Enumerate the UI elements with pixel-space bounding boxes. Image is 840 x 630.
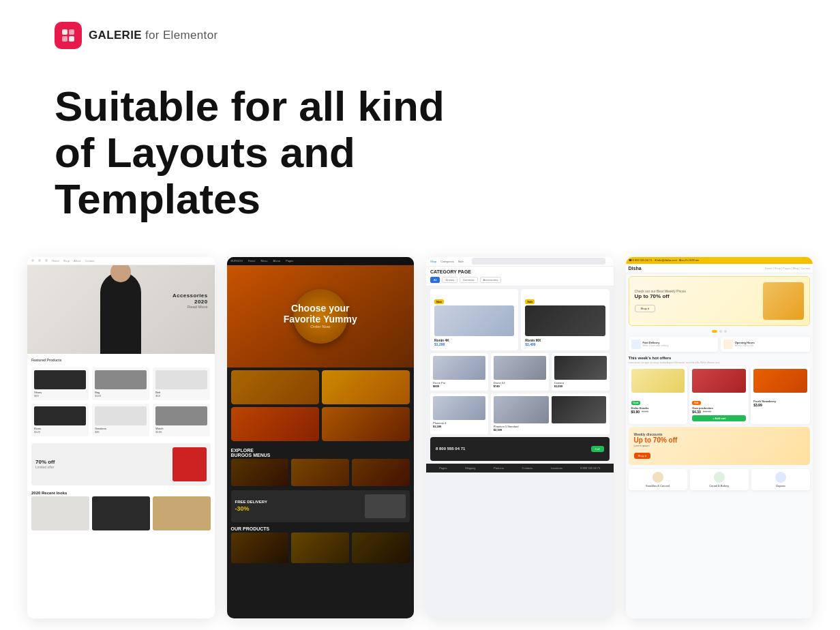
preview-card-electronics[interactable]: Shop Categories Sale CATEGORY PAGE All D…	[426, 257, 614, 618]
grid-item: Drone Pro $899	[430, 353, 488, 391]
promo-sub: Lorem ipsum	[634, 444, 805, 447]
grid-item: Phantom 5 Standard $2,199	[491, 393, 610, 434]
menu-item	[291, 459, 349, 486]
nav-link: Contact	[85, 259, 94, 262]
nav-link: Home	[52, 259, 59, 262]
logo-text: GALERIE for Elementor	[89, 29, 217, 42]
call-button[interactable]: Call	[591, 446, 604, 452]
carousel-dots	[626, 329, 813, 334]
old-price: $12.99	[703, 410, 711, 413]
categories-row: Snackles & Canned Cereal & Bakery Organi…	[629, 469, 811, 490]
promo-heading: Up to 70% off	[634, 436, 805, 444]
product-price: $2,499	[525, 342, 605, 346]
footer-item: 8 800 555 04 71	[580, 466, 600, 470]
info-row: Fast Delivery Within 2 hours after order…	[626, 334, 813, 355]
phone-number: 8 800 555 04 71	[436, 447, 465, 451]
filter-item: Cameras	[460, 277, 477, 283]
category-item: Organic	[751, 469, 810, 490]
category-icon	[714, 472, 725, 483]
product-image	[95, 406, 147, 425]
product-image	[155, 370, 207, 389]
nav-logo: Shop	[430, 260, 436, 263]
preview-card-fashion[interactable]: Home Shop About Contact Accessories 2020…	[27, 257, 215, 618]
nav-dot	[38, 259, 41, 262]
hero-line2: of Layouts and Templates	[55, 129, 355, 222]
recent-looks-label: 2020 Recent looks	[27, 488, 215, 496]
product-item: Sneakers $85	[92, 404, 149, 436]
footer-nav: Pages Shipping Partners Contacts Locatio…	[426, 464, 614, 472]
add-to-cart-button[interactable]: + Add cart	[692, 415, 746, 421]
category-icon	[652, 472, 663, 483]
delivery-sub: Within 2 hours after ordering	[643, 344, 669, 347]
grid-item: Camera $1,099	[552, 353, 610, 391]
product-item: Sale Own production $4.33 $12.99 + Add c…	[689, 366, 749, 424]
product-image	[231, 532, 289, 563]
svg-rect-3	[69, 36, 74, 42]
preview-card-food[interactable]: BURGOS Home Menu About Pages Choose your…	[227, 257, 415, 618]
nav-item: BURGOS	[231, 259, 243, 262]
delivery-image	[365, 494, 406, 518]
product-price: $120	[34, 430, 86, 434]
footer-item: Contacts	[522, 466, 533, 470]
hot-sub: Lorem ipsum, are type, qui can go Levita…	[626, 361, 813, 366]
brand-logo: Disha	[629, 266, 642, 271]
product-price: $4.33	[692, 410, 701, 414]
logo-brand: GALERIE	[89, 29, 142, 42]
food-image	[322, 407, 410, 441]
food-title: Choose yourFavorite Yummy	[284, 303, 357, 325]
delivery-banner: FREE DELIVERY -30%	[231, 490, 410, 522]
nav-dot	[31, 259, 34, 262]
product-price: $99	[34, 394, 86, 397]
product-price: $149	[95, 394, 147, 397]
food-item	[322, 370, 410, 404]
old-price: $1.80	[642, 410, 648, 413]
look-item	[92, 496, 150, 530]
categories-section: Snackles & Canned Cereal & Bakery Organi…	[626, 468, 813, 492]
product-badge: Sale	[525, 299, 535, 304]
hours-sub: Mon-Fri 9:30 to 5:00	[735, 344, 755, 347]
products-grid	[227, 532, 415, 563]
food-grid	[227, 368, 415, 444]
food-hero-text: Choose yourFavorite Yummy Order Now	[284, 303, 357, 329]
topbar-text: ☎ 8 800 555 04 71 ✉ info@disha.com Mon-F…	[629, 258, 700, 262]
preview-card-grocery[interactable]: ☎ 8 800 555 04 71 ✉ info@disha.com Mon-F…	[626, 257, 813, 618]
product-item: Bag $149	[92, 368, 149, 400]
featured-item: New Ronin 4K $1,299	[430, 289, 518, 350]
menu-item	[231, 459, 289, 486]
svg-rect-0	[62, 29, 68, 35]
shop-button[interactable]: Shop it	[635, 305, 655, 312]
promo-image	[172, 447, 207, 481]
nav-links: Home | Shop | Pages | Blog | Contact	[765, 267, 810, 270]
product-item: Belt $59	[153, 368, 210, 400]
grocery-nav: Disha Home | Shop | Pages | Blog | Conta…	[626, 264, 813, 273]
product-item: Watch $199	[153, 404, 210, 436]
grid-image	[494, 396, 549, 423]
food-image	[231, 407, 319, 441]
delivery-text: FREE DELIVERY	[235, 500, 267, 504]
header: GALERIE for Elementor	[0, 0, 840, 63]
nav-link: About	[74, 259, 80, 262]
product-item: Good Disha Snacks $0.90 $1.80	[629, 366, 688, 424]
looks-grid	[27, 496, 215, 530]
footer-item: Locations	[551, 466, 562, 470]
grid-image	[433, 396, 485, 420]
hero-heading: Suitable for all kind of Layouts and Tem…	[55, 83, 532, 223]
product-image	[155, 406, 207, 425]
food-item	[322, 407, 410, 441]
explore-label: EXPLOREBURGOS MENUS	[227, 444, 415, 459]
product-image	[753, 369, 807, 393]
product-image	[34, 406, 86, 425]
filter-item: Accessories	[480, 277, 502, 283]
product-image	[95, 370, 147, 389]
info-box-delivery: Fast Delivery Within 2 hours after order…	[629, 337, 718, 352]
hero-section: Suitable for all kind of Layouts and Tem…	[0, 63, 840, 257]
shop-it-button[interactable]: Shop it	[634, 453, 650, 459]
product-price: $3.99	[753, 403, 807, 407]
empty-badge	[753, 394, 807, 400]
product-item: Fresh Strawberry $3.99	[751, 366, 810, 424]
featured-image	[434, 305, 514, 336]
food-hero: Choose yourFavorite Yummy Order Now	[227, 265, 415, 368]
category-name: Organic	[754, 484, 807, 487]
products-label: OUR PRODUCTS	[227, 522, 415, 532]
promo-banner: Check out our Best Weekly Prices Up to 7…	[629, 276, 811, 326]
